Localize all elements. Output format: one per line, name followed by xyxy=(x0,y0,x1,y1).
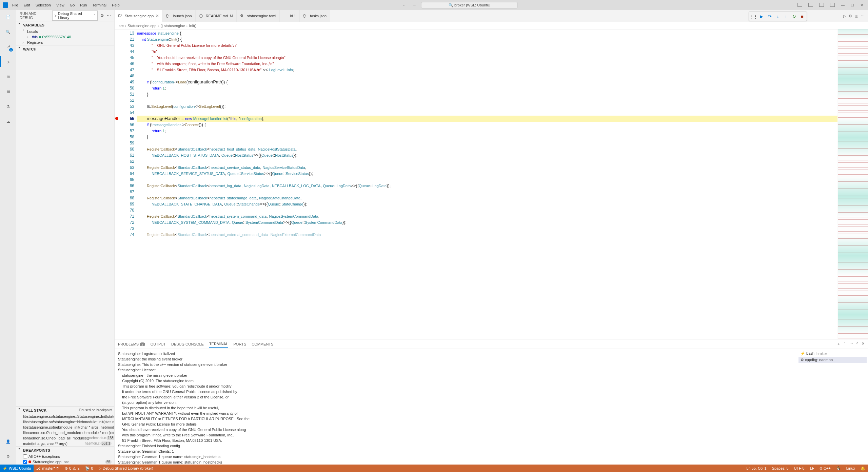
tab-README-md[interactable]: ⓘREADME.mdM xyxy=(196,10,237,22)
code-line[interactable] xyxy=(137,97,837,103)
more-icon[interactable]: ⋯ xyxy=(849,341,853,347)
code-line[interactable]: RegisterCallback<StandardCallback<nebstr… xyxy=(137,183,837,189)
var-item[interactable]: ›this = 0x55555557b140 xyxy=(20,34,114,40)
new-terminal-icon[interactable]: ＋ xyxy=(837,341,841,347)
settings-gear-icon[interactable]: ⚙ xyxy=(4,452,12,460)
code-line[interactable]: if (!messageHandler->Connect()) { xyxy=(137,122,837,128)
explorer-icon[interactable]: 📄 xyxy=(4,13,12,21)
minimap[interactable] xyxy=(837,29,868,339)
code-line[interactable]: return 1; xyxy=(137,85,837,91)
debug-status[interactable]: ▷ Debug Shared Library (broker) xyxy=(96,465,156,472)
account-icon[interactable]: 👤 xyxy=(4,437,12,446)
code-line[interactable]: " with this program; if not, write to th… xyxy=(137,61,837,67)
eol[interactable]: LF xyxy=(807,466,817,470)
gear-icon[interactable]: ⚙ xyxy=(100,13,104,18)
code-line[interactable]: ls.SetLogLevel(configuration->GetLogLeve… xyxy=(137,103,837,110)
code-editor[interactable]: 1321434445464748495051525354555657585960… xyxy=(115,29,868,339)
step-out-icon[interactable]: ↑ xyxy=(782,13,790,20)
code-line[interactable]: RegisterCallback<StandardCallback<nebstr… xyxy=(137,232,837,238)
run-icon[interactable]: ▷ xyxy=(843,14,846,18)
step-into-icon[interactable]: ↓ xyxy=(774,13,782,20)
command-center[interactable]: 🔍 broker [WSL: Ubuntu] xyxy=(421,2,518,8)
code-line[interactable] xyxy=(137,158,837,164)
bp-checkbox[interactable] xyxy=(23,454,27,458)
stop-icon[interactable]: ■ xyxy=(798,13,806,20)
code-line[interactable]: } xyxy=(137,91,837,97)
ports-status[interactable]: 📡 0 xyxy=(82,465,96,472)
gear-icon[interactable]: ⚙ xyxy=(849,14,852,18)
code-line[interactable]: " You should have received a copy of the… xyxy=(137,55,837,61)
code-line[interactable]: return 1; xyxy=(137,128,837,134)
notifications-icon[interactable]: 🔔 xyxy=(858,466,868,471)
var-scope[interactable]: ˅Locals xyxy=(20,28,114,34)
tab-launch-json[interactable]: {}launch.json xyxy=(163,10,196,22)
layout-icon[interactable] xyxy=(795,1,804,9)
panel-tab-problems[interactable]: PROBLEMS2 xyxy=(118,341,145,348)
callstack-frame[interactable]: libstatusengine.so!nebmodule_init(char *… xyxy=(20,425,114,430)
menu-run[interactable]: Run xyxy=(77,2,90,8)
terminal-session[interactable]: ⚡ bash broker xyxy=(798,350,867,357)
cloud-icon[interactable]: ☁ xyxy=(4,117,12,125)
terminal-output[interactable]: Statusengine: Logstream initalizedStatus… xyxy=(115,349,797,465)
variables-section[interactable]: ˅VARIABLES xyxy=(16,21,114,28)
launch-config-dropdown[interactable]: ▷ Debug Shared Library ˅ xyxy=(52,11,98,21)
breadcrumb-item[interactable]: {} statusengine xyxy=(160,24,185,28)
layout-icon[interactable] xyxy=(828,1,837,9)
breadcrumb[interactable]: src›Statusengine.cpp›{} statusengine›Ini… xyxy=(115,22,868,29)
remote-explorer-icon[interactable]: 🖥 xyxy=(4,87,12,96)
code-line[interactable] xyxy=(137,140,837,146)
code-line[interactable]: RegisterCallback<StandardCallback<nebstr… xyxy=(137,195,837,201)
close-tab-icon[interactable]: ✕ xyxy=(156,14,159,18)
code-line[interactable]: NEBCALLBACK_STATE_CHANGE_DATA, Queue::St… xyxy=(137,201,837,207)
callstack-frame[interactable]: libstatusengine.so!statusengine::Nebmodu… xyxy=(20,419,114,425)
menu-selection[interactable]: Selection xyxy=(33,2,54,8)
continue-icon[interactable]: ▶ xyxy=(758,13,765,20)
menu-file[interactable]: File xyxy=(9,2,21,8)
panel-tab-comments[interactable]: COMMENTS xyxy=(252,341,273,348)
tab-statusengine-toml[interactable]: ⚙statusengine.toml xyxy=(237,10,280,22)
tab-id-1[interactable]: id 1 xyxy=(280,10,300,22)
encoding[interactable]: UTF-8 xyxy=(791,466,807,470)
test-icon[interactable]: ⚗ xyxy=(4,102,12,111)
callstack-frame[interactable]: libstatusengine.so!statusengine::Statuse… xyxy=(20,414,114,419)
close-icon[interactable]: ✕ xyxy=(858,2,865,9)
watch-section[interactable]: ˅WATCH xyxy=(16,45,114,53)
code-line[interactable]: NEBCALLBACK_SERVICE_STATUS_DATA, Queue::… xyxy=(137,171,837,177)
panel-tab-output[interactable]: OUTPUT xyxy=(151,341,166,348)
indent[interactable]: Spaces: 8 xyxy=(769,466,791,470)
bp-checkbox[interactable] xyxy=(23,460,27,464)
code-line[interactable]: int Statusengine::Init() { xyxy=(137,36,837,42)
extensions-icon[interactable]: ⊞ xyxy=(4,73,12,81)
code-line[interactable] xyxy=(137,110,837,116)
terminal-session[interactable]: ⚙ cppdbg: naemon xyxy=(798,357,867,363)
callstack-frame[interactable]: libnaemon.so.0!neb_load_module(nebmodule… xyxy=(20,430,114,435)
nav-back-icon[interactable]: ← xyxy=(400,2,408,8)
search-icon[interactable]: 🔍 xyxy=(4,28,12,36)
menu-view[interactable]: View xyxy=(54,2,67,8)
os-label[interactable]: Linux xyxy=(844,466,858,470)
minimize-icon[interactable]: — xyxy=(839,2,847,8)
callstack-frame[interactable]: main(int argc, char ** argv)naemon.c561:… xyxy=(20,441,114,446)
more-icon[interactable]: ⋯ xyxy=(107,13,111,18)
problems-status[interactable]: ⊘ 0 ⚠ 2 xyxy=(62,465,82,472)
code-line[interactable]: RegisterCallback<StandardCallback<nebstr… xyxy=(137,164,837,171)
layout-icon[interactable] xyxy=(806,1,815,9)
panel-tab-debug-console[interactable]: DEBUG CONSOLE xyxy=(171,341,204,348)
more-icon[interactable]: ⋯ xyxy=(861,14,865,18)
close-panel-icon[interactable]: ✕ xyxy=(862,341,865,347)
code-line[interactable]: RegisterCallback<StandardCallback<nebstr… xyxy=(137,213,837,219)
remote-indicator[interactable]: ⚡ WSL: Ubuntu xyxy=(0,465,34,472)
code-line[interactable]: NEBCALLBACK_HOST_STATUS_DATA, Queue::Hos… xyxy=(137,152,837,158)
code-line[interactable]: } xyxy=(137,134,837,140)
maximize-panel-icon[interactable]: ^ xyxy=(856,341,858,347)
callstack-frame[interactable]: libnaemon.so.0!neb_load_all_modules()neb… xyxy=(20,435,114,441)
terminal-dd-icon[interactable]: ˅ xyxy=(844,341,846,347)
code-line[interactable]: " GNU General Public License for more de… xyxy=(137,42,837,48)
tab-Statusengine-cpp[interactable]: C⁺Statusengine.cpp✕ xyxy=(115,10,163,22)
step-over-icon[interactable]: ↷ xyxy=(766,13,773,20)
restart-icon[interactable]: ↻ xyxy=(790,13,798,20)
split-icon[interactable]: ◫ xyxy=(855,14,858,18)
breadcrumb-item[interactable]: src xyxy=(119,24,124,28)
menu-help[interactable]: Help xyxy=(109,2,122,8)
code-line[interactable] xyxy=(137,177,837,183)
